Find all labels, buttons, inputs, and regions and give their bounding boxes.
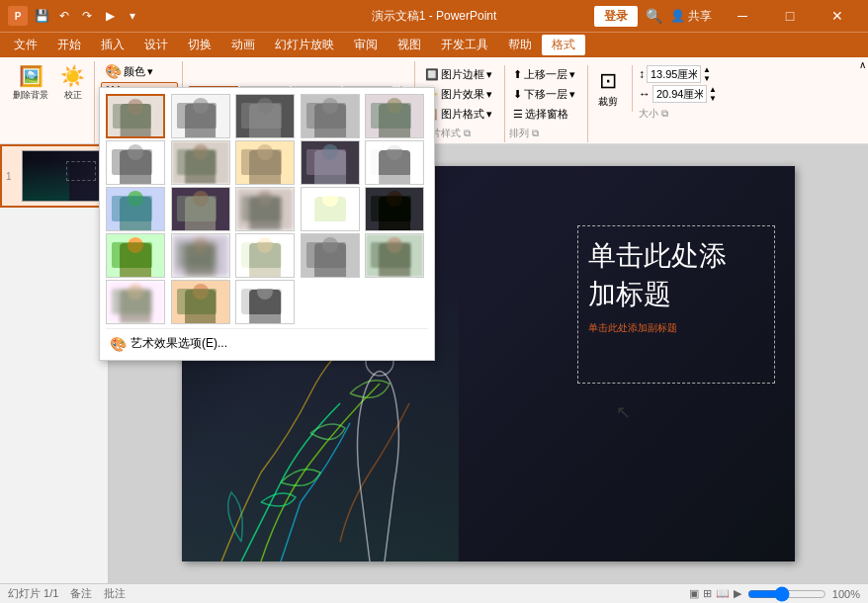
art-effects-options-button[interactable]: 🎨 艺术效果选项(E)...: [106, 328, 428, 354]
view-present-btn[interactable]: ▶: [734, 587, 741, 600]
ribbon-group-adjust: 🖼️ 删除背景 ☀️ 校正: [4, 61, 95, 143]
menu-animation[interactable]: 动画: [221, 35, 265, 55]
art-effect-22[interactable]: [235, 280, 295, 324]
art-effect-0[interactable]: [106, 94, 165, 138]
slide-main-title: 单击此处添加标题: [588, 236, 727, 313]
art-effect-6[interactable]: [171, 140, 230, 185]
menu-developer[interactable]: 开发工具: [431, 35, 498, 55]
corrections-icon: ☀️: [60, 64, 85, 88]
art-effect-20[interactable]: [106, 280, 165, 324]
present-quick-btn[interactable]: ▶: [100, 6, 120, 26]
slide-thumbnail-1[interactable]: 1: [0, 144, 108, 208]
bring-forward-label: 上移一层: [524, 67, 567, 82]
menu-review[interactable]: 审阅: [344, 35, 388, 55]
height-input[interactable]: [647, 65, 701, 83]
crop-label: 裁剪: [598, 95, 618, 109]
arrange-group-label: 排列 ⧉: [509, 125, 579, 142]
undo-quick-btn[interactable]: ↶: [54, 6, 74, 26]
zoom-slider[interactable]: [747, 586, 826, 602]
crop-button[interactable]: ⊡ 裁剪: [592, 65, 624, 112]
art-effect-2[interactable]: [235, 94, 295, 138]
corrections-button[interactable]: ☀️ 校正: [55, 61, 90, 105]
art-effect-9[interactable]: [365, 140, 424, 185]
redo-quick-btn[interactable]: ↷: [77, 6, 97, 26]
menu-file[interactable]: 文件: [4, 35, 47, 55]
art-effect-14[interactable]: [365, 187, 424, 231]
art-effect-10[interactable]: [106, 187, 165, 231]
bring-forward-arrow: ▾: [569, 68, 575, 81]
art-effect-5[interactable]: [106, 140, 165, 185]
slide-text-box[interactable]: 单击此处添加标题 单击此处添加副标题: [577, 225, 775, 384]
ribbon-group-content-adjust: 🖼️ 删除背景 ☀️ 校正: [8, 61, 90, 139]
ribbon-collapse-button[interactable]: ∧: [859, 59, 866, 70]
titlebar: P 💾 ↶ ↷ ▶ ▾ 演示文稿1 - PowerPoint 登录 🔍 👤 共享…: [0, 0, 868, 32]
view-normal-btn[interactable]: ▣: [689, 587, 699, 600]
menu-insert[interactable]: 插入: [91, 35, 134, 55]
view-sorter-btn[interactable]: ⊞: [703, 587, 712, 600]
bring-forward-button[interactable]: ⬆ 上移一层 ▾: [509, 65, 579, 84]
menu-design[interactable]: 设计: [134, 35, 178, 55]
corrections-label: 校正: [64, 89, 82, 102]
width-input[interactable]: [652, 85, 707, 103]
search-icon[interactable]: 🔍: [646, 8, 662, 24]
send-backward-button[interactable]: ⬇ 下移一层 ▾: [509, 85, 579, 104]
width-icon: ↔: [639, 87, 651, 101]
color-label: 颜色: [124, 64, 145, 79]
art-effect-11[interactable]: [171, 187, 230, 231]
picture-effects-label: 图片效果: [441, 87, 484, 102]
art-effect-3[interactable]: [301, 94, 360, 138]
art-effect-12[interactable]: [235, 187, 295, 231]
art-effect-18[interactable]: [301, 233, 360, 278]
send-backward-arrow: ▾: [569, 88, 575, 101]
size-group: ↕ ▲▼ ↔ ▲▼ 大小 ⧉: [637, 65, 717, 123]
height-icon: ↕: [639, 67, 645, 81]
slide-subtitle: 单击此处添加副标题: [588, 321, 677, 335]
share-icon[interactable]: 👤 共享: [670, 8, 712, 25]
customize-quick-btn[interactable]: ▾: [123, 6, 142, 26]
color-button[interactable]: 🎨 颜色 ▾: [101, 61, 178, 81]
picture-border-button[interactable]: 🔲 图片边框 ▾: [421, 65, 496, 84]
zoom-level: 100%: [832, 588, 860, 600]
art-effect-21[interactable]: [171, 280, 230, 324]
selection-pane-label: 选择窗格: [525, 107, 568, 122]
art-effect-15[interactable]: [106, 233, 165, 278]
view-reading-btn[interactable]: 📖: [716, 587, 730, 600]
picture-effects-arrow: ▾: [486, 88, 492, 101]
art-effect-17[interactable]: [235, 233, 295, 278]
crop-group: ⊡ 裁剪: [592, 65, 633, 112]
close-button[interactable]: ✕: [815, 0, 860, 32]
menu-format[interactable]: 格式: [542, 35, 585, 55]
maximize-button[interactable]: □: [767, 0, 813, 32]
slide-preview-1: [22, 150, 101, 202]
menu-home[interactable]: 开始: [47, 35, 91, 55]
comments-button[interactable]: 批注: [104, 586, 126, 601]
art-effect-8[interactable]: [301, 140, 360, 185]
art-effect-4[interactable]: [365, 94, 424, 138]
width-spinner[interactable]: ▲▼: [709, 85, 717, 103]
menu-view[interactable]: 视图: [388, 35, 431, 55]
menu-slideshow[interactable]: 幻灯片放映: [265, 35, 344, 55]
art-effect-1[interactable]: [171, 94, 230, 138]
minimize-button[interactable]: ─: [720, 0, 765, 32]
art-effect-19[interactable]: [365, 233, 424, 278]
arrange-group: ⬆ 上移一层 ▾ ⬇ 下移一层 ▾ ☰ 选择窗格 排列 ⧉: [509, 65, 588, 142]
slide-panel: 1: [0, 144, 109, 583]
selection-pane-button[interactable]: ☰ 选择窗格: [509, 105, 579, 124]
menu-help[interactable]: 帮助: [498, 35, 542, 55]
login-button[interactable]: 登录: [594, 6, 638, 27]
statusbar: 幻灯片 1/1 备注 批注 ▣ ⊞ 📖 ▶ 100%: [0, 583, 868, 603]
art-effect-13[interactable]: [301, 187, 360, 231]
save-quick-btn[interactable]: 💾: [32, 6, 51, 26]
notes-button[interactable]: 备注: [70, 586, 92, 601]
size-group-label: 大小 ⧉: [639, 105, 717, 123]
height-spinner[interactable]: ▲▼: [703, 65, 711, 83]
titlebar-left: P 💾 ↶ ↷ ▶ ▾: [8, 6, 150, 26]
art-effect-16[interactable]: [171, 233, 230, 278]
app-icon: P: [8, 6, 28, 26]
remove-bg-button[interactable]: 🖼️ 删除背景: [8, 61, 53, 105]
art-effects-options-label: 艺术效果选项(E)...: [130, 335, 227, 352]
picture-border-label: 图片边框: [441, 67, 484, 82]
art-effect-7[interactable]: [235, 140, 295, 185]
art-effects-dropdown: 🎨 艺术效果选项(E)...: [99, 87, 435, 361]
menu-transition[interactable]: 切换: [178, 35, 221, 55]
